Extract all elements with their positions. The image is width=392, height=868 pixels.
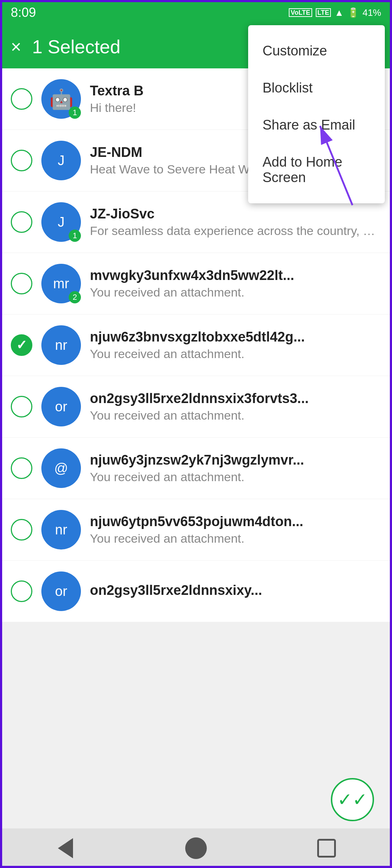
nav-recent-button[interactable] (312, 834, 341, 863)
message-avatar: J1 (41, 202, 81, 242)
battery-icon: 🔋 (347, 7, 359, 18)
message-sender: mvwgky3unfxw4x3dn5ww22lt... (90, 268, 381, 283)
message-badge: 1 (69, 230, 81, 242)
back-icon (58, 838, 73, 858)
menu-item-customize[interactable]: Customize (248, 32, 385, 69)
message-checkbox[interactable] (11, 580, 32, 602)
message-preview: You received an attachment. (90, 408, 381, 422)
message-avatar: @ (41, 448, 81, 488)
volte-icon: VoLTE (289, 8, 312, 17)
nav-home-button[interactable] (182, 834, 210, 863)
message-item[interactable]: nrnjuw6z3bnvsxgzltobxxe5dtl42g...You rec… (0, 315, 392, 376)
message-item[interactable]: oron2gsy3ll5rxe2ldnnsxixy... (0, 561, 392, 622)
message-avatar: or (41, 387, 81, 426)
message-checkbox[interactable] (11, 396, 32, 417)
message-checkbox[interactable] (11, 211, 32, 233)
message-sender: njuw6z3bnvsxgzltobxxe5dtl42g... (90, 329, 381, 345)
status-bar: 8:09 VoLTE LTE ▲ 🔋 41% (0, 0, 392, 25)
dropdown-menu: Customize Blocklist Share as Email Add t… (248, 25, 385, 203)
message-content: njuw6y3jnzsw2yk7nj3wgzlymvr...You receiv… (90, 452, 381, 484)
message-checkbox[interactable] (11, 88, 32, 110)
message-item[interactable]: mr2mvwgky3unfxw4x3dn5ww22lt...You receiv… (0, 253, 392, 315)
message-sender: JZ-JioSvc (90, 206, 381, 222)
message-preview: For seamless data experience across the … (90, 224, 381, 238)
message-item[interactable]: oron2gsy3ll5rxe2ldnnsxix3forvts3...You r… (0, 376, 392, 438)
message-checkbox[interactable] (11, 519, 32, 541)
message-badge: 1 (69, 107, 81, 119)
message-content: mvwgky3unfxw4x3dn5ww22lt...You received … (90, 268, 381, 299)
message-sender: on2gsy3ll5rxe2ldnnsxix3forvts3... (90, 391, 381, 406)
menu-item-add-home[interactable]: Add to Home Screen (248, 144, 385, 196)
message-sender: on2gsy3ll5rxe2ldnnsxixy... (90, 583, 381, 598)
message-checkbox[interactable] (11, 150, 32, 171)
message-sender: njuw6ytpn5vv653pojuwm4dton... (90, 514, 381, 529)
close-button[interactable]: × (11, 38, 21, 56)
signal-icon: ▲ (334, 7, 344, 18)
message-content: on2gsy3ll5rxe2ldnnsxixy... (90, 583, 381, 600)
message-preview: You received an attachment. (90, 532, 381, 546)
message-checkbox[interactable] (11, 273, 32, 294)
home-icon (185, 837, 207, 859)
message-item[interactable]: @njuw6y3jnzsw2yk7nj3wgzlymvr...You recei… (0, 438, 392, 499)
bottom-nav (0, 828, 392, 868)
message-checkbox[interactable] (11, 334, 32, 356)
fab-icon: ✓✓ (337, 789, 368, 810)
battery-level: 41% (363, 7, 381, 18)
nav-back-button[interactable] (51, 834, 80, 863)
message-avatar: nr (41, 325, 81, 365)
status-time: 8:09 (11, 5, 36, 20)
menu-item-blocklist[interactable]: Blocklist (248, 69, 385, 107)
message-sender: njuw6y3jnzsw2yk7nj3wgzlymvr... (90, 452, 381, 468)
fab-button[interactable]: ✓✓ (331, 778, 374, 821)
message-preview: You received an attachment. (90, 285, 381, 299)
message-content: on2gsy3ll5rxe2ldnnsxix3forvts3...You rec… (90, 391, 381, 422)
menu-item-share-email[interactable]: Share as Email (248, 107, 385, 144)
message-content: njuw6z3bnvsxgzltobxxe5dtl42g...You recei… (90, 329, 381, 361)
message-checkbox[interactable] (11, 457, 32, 479)
message-preview: You received an attachment. (90, 347, 381, 361)
message-preview: You received an attachment. (90, 470, 381, 484)
message-avatar: nr (41, 510, 81, 550)
message-content: njuw6ytpn5vv653pojuwm4dton...You receive… (90, 514, 381, 546)
status-icons: VoLTE LTE ▲ 🔋 41% (289, 7, 381, 18)
message-avatar: mr2 (41, 264, 81, 303)
app-bar-title: 1 Selected (32, 36, 120, 58)
message-avatar: or (41, 571, 81, 611)
message-avatar: 🤖1 (41, 79, 81, 119)
lte-icon: LTE (316, 8, 331, 17)
message-item[interactable]: nrnjuw6ytpn5vv653pojuwm4dton...You recei… (0, 499, 392, 561)
message-content: JZ-JioSvcFor seamless data experience ac… (90, 206, 381, 238)
message-avatar: J (41, 141, 81, 180)
message-badge: 2 (69, 291, 81, 303)
recent-icon (317, 839, 336, 858)
